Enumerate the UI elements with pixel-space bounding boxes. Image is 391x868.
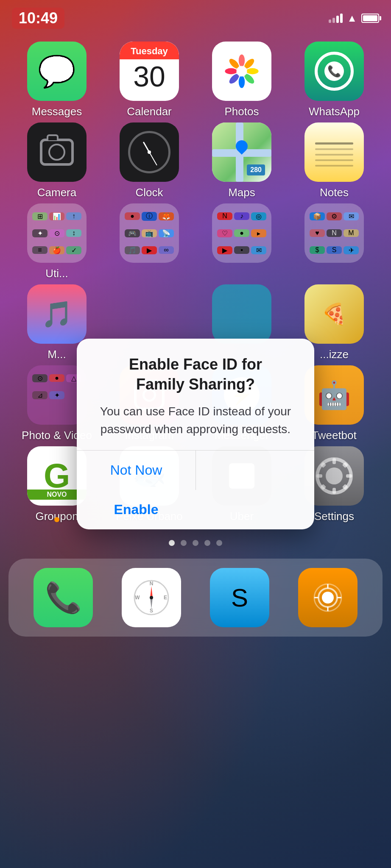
dialog-divider-vertical <box>196 451 196 490</box>
dialog-confirm-button[interactable]: Enable <box>77 490 196 529</box>
face-id-dialog: Enable Face ID forFamily Sharing? You ca… <box>77 339 314 530</box>
dialog-cancel-button[interactable]: Not Now <box>77 451 196 490</box>
dialog-message: You can use Face ID instead of your pass… <box>93 403 298 438</box>
dialog-content: Enable Face ID forFamily Sharing? You ca… <box>77 339 314 451</box>
dialog-title: Enable Face ID forFamily Sharing? <box>93 355 298 395</box>
dialog-buttons: Not Now Enable <box>77 451 314 529</box>
dialog-overlay: Enable Face ID forFamily Sharing? You ca… <box>0 0 391 868</box>
